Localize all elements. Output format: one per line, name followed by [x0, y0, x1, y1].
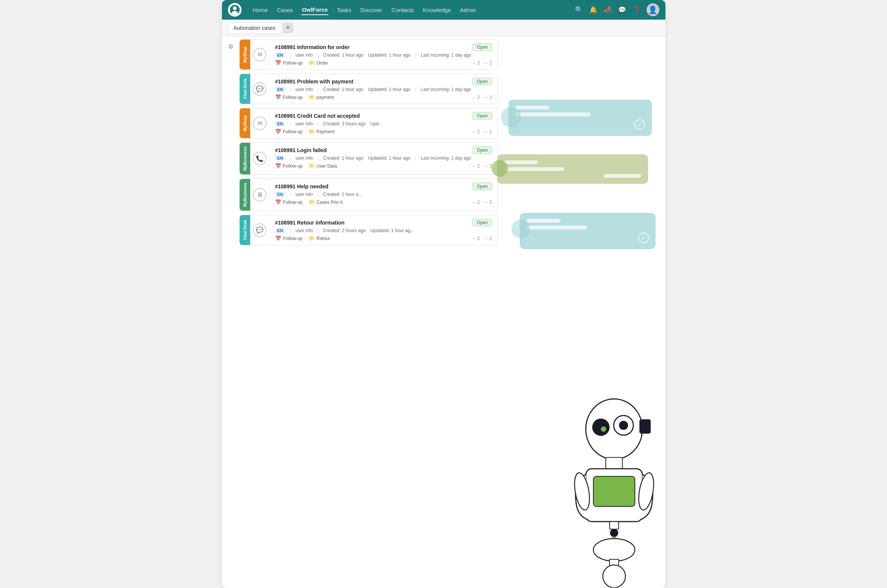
nav-knowledge[interactable]: Knowledge [422, 5, 451, 15]
svg-point-7 [619, 421, 628, 430]
case-meta-row: EN | user info | Created: 2 hours ago Up… [275, 228, 492, 233]
nav-home[interactable]: Home [252, 5, 269, 15]
channel-tag-mybusiness: MyBusiness [240, 143, 250, 174]
case-icon-monitor: 🖥 [253, 188, 266, 202]
nav-cases[interactable]: Cases [276, 5, 294, 15]
case-icon-email: ✉ [253, 48, 266, 62]
case-list: MyShop ✉ #108991 Information for order O… [239, 39, 501, 585]
status-badge: Open [473, 183, 492, 190]
status-badge: Open [473, 43, 492, 51]
updated-time: Updatetd: 1 hour ago [368, 155, 411, 161]
channel-tag-myshop: MyShop [240, 40, 250, 69]
case-meta-row: EN | user info | Created: 3 hours ago Up… [275, 121, 492, 126]
folder-tag[interactable]: 📁 Payment [309, 129, 334, 134]
folder-icon: 📁 [309, 129, 315, 134]
case-body: #108991 Problem with payment Open EN | u… [270, 74, 497, 104]
case-meta-row: EN | user info | Created: 1 hour ago Upd… [275, 155, 492, 161]
case-card[interactable]: Chat Desk 💬 #108991 Problem with payment… [239, 74, 498, 104]
incoming-count: ← 2 [484, 95, 492, 100]
last-incoming: Last incoming: 1 day ago [421, 87, 471, 92]
folder-tag[interactable]: 📁 Retour [309, 236, 330, 241]
folder-tag[interactable]: 📁 Cases Prio A [309, 199, 343, 205]
outgoing-count: → 2 [471, 163, 480, 169]
channel-tag-myshop: MyShop [240, 108, 250, 138]
outgoing-count: → 2 [471, 236, 480, 241]
tab-automation-cases[interactable]: Automation cases [228, 22, 281, 34]
arrow-counts: → 2 ← 2 [471, 95, 492, 100]
last-incoming: Last incoming: 1 day ago [421, 155, 471, 161]
updated-time: Updatetd: 1 hour ago [368, 87, 411, 92]
avatar[interactable] [647, 3, 659, 16]
add-tab-button[interactable]: + [283, 23, 293, 33]
folder-tag[interactable]: 📁 User Data [309, 163, 337, 169]
bell-icon[interactable]: 🔔 [589, 6, 597, 14]
nav-admin[interactable]: Admin [459, 5, 477, 15]
updated-time: Updatetd: 1 hour ag... [370, 228, 414, 233]
arrow-counts: → 2 ← 2 [471, 163, 492, 169]
case-footer-row: 📅 Follow-up 📁 Order → 2 ← 2 [275, 60, 492, 66]
filter-icon[interactable]: ⚙ [228, 43, 233, 50]
chat-icon[interactable]: 💬 [618, 6, 626, 14]
nav-owlforce[interactable]: OwlForce [301, 5, 328, 15]
follow-up-tag[interactable]: 📅 Follow-up [275, 94, 303, 100]
created-time: Created: 2 hours ago [323, 228, 366, 233]
lang-badge: EN [275, 87, 285, 92]
folder-tag[interactable]: 📁 payment [309, 94, 334, 100]
case-title: #108991 Problem with payment [275, 79, 354, 85]
created-time: Created: 1 hour a... [323, 192, 362, 197]
outgoing-count: → 2 [471, 200, 480, 205]
folder-icon: 📁 [309, 60, 315, 66]
case-body: #108991 Credit Card not accepted Open EN… [270, 108, 497, 138]
search-icon[interactable]: 🔍 [575, 6, 583, 14]
incoming-count: ← 2 [484, 200, 492, 205]
help-icon[interactable]: ❓ [632, 6, 641, 14]
case-footer-row: 📅 Follow-up 📁 payment → 2 ← 2 [275, 94, 492, 100]
case-footer-row: 📅 Follow-up 📁 Cases Prio A → 2 [275, 199, 492, 205]
incoming-count: ← 2 [484, 236, 492, 241]
folder-icon: 📁 [309, 236, 315, 241]
megaphone-icon[interactable]: 📣 [604, 6, 612, 14]
case-icon-chat: 💬 [253, 223, 266, 237]
robot-svg [565, 391, 663, 588]
follow-up-tag[interactable]: 📅 Follow-up [275, 163, 303, 169]
created-time: Created: 1 hour ago [323, 87, 363, 92]
case-card[interactable]: MyShop ✉ #108991 Credit Card not accepte… [239, 108, 498, 139]
tab-bar: Automation cases + [222, 20, 665, 36]
channel-tag-chatdesk: Chat Desk [240, 74, 250, 104]
case-icon-col: ✉ [250, 108, 270, 138]
last-incoming: Last incoming: 1 day ago [421, 52, 471, 58]
top-navigation: Home Cases OwlForce Tasks Discover Conta… [222, 0, 665, 20]
bubble-check: ✓ [634, 119, 645, 130]
updated-time: Updatetd: 1 hour ago [368, 52, 411, 58]
case-card[interactable]: Chat Desk 💬 #108991 Retour information O… [239, 215, 498, 245]
case-title: #108991 Login failed [275, 147, 327, 153]
folder-icon: 📁 [309, 94, 315, 100]
case-card[interactable]: MyBusiness 🖥 #108991 Help needed Open [239, 179, 498, 211]
lang-badge: EN [275, 192, 285, 197]
folder-tag[interactable]: 📁 Order [309, 60, 328, 66]
status-badge: Open [473, 146, 492, 154]
follow-up-tag[interactable]: 📅 Follow-up [275, 199, 303, 205]
calendar-icon: 📅 [275, 129, 281, 134]
svg-point-17 [593, 539, 635, 561]
arrow-counts: → 2 ← 2 [471, 236, 492, 241]
outgoing-count: → 2 [471, 95, 480, 100]
nav-tasks[interactable]: Tasks [336, 5, 352, 15]
case-card[interactable]: MyBusiness 📞 #108991 Login failed Open [239, 142, 498, 175]
nav-items: Home Cases OwlForce Tasks Discover Conta… [252, 5, 566, 15]
logo[interactable] [228, 3, 242, 17]
nav-contacts[interactable]: Contacts [391, 5, 414, 15]
case-card[interactable]: MyShop ✉ #108991 Information for order O… [239, 39, 498, 70]
case-footer-row: 📅 Follow-up 📁 Payment → 2 ← 2 [275, 129, 492, 134]
folder-icon: 📁 [309, 163, 315, 169]
nav-discover[interactable]: Discover [360, 5, 383, 15]
follow-up-tag[interactable]: 📅 Follow-up [275, 129, 303, 134]
follow-up-tag[interactable]: 📅 Follow-up [275, 236, 303, 241]
case-title: #108991 Credit Card not accepted [275, 113, 360, 119]
outgoing-count: → 2 [471, 129, 480, 134]
case-title: #108991 Retour information [275, 220, 345, 226]
calendar-icon: 📅 [275, 60, 281, 66]
follow-up-tag[interactable]: 📅 Follow-up [275, 60, 303, 66]
case-meta-row: EN | user info | Created: 1 hour a... [275, 192, 492, 197]
bubble-circle-teal-2 [511, 220, 530, 239]
